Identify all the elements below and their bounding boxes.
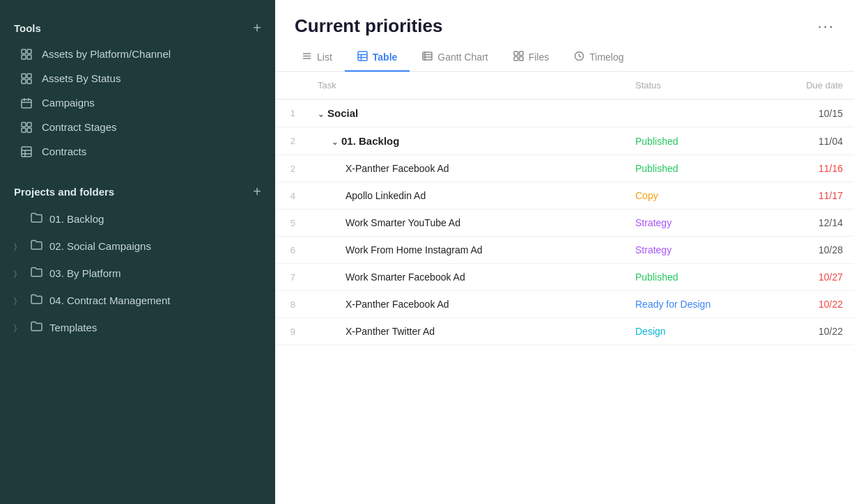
main-content: Current priorities ··· List Table Gantt … [275, 0, 854, 504]
svg-rect-6 [22, 79, 26, 84]
table-row[interactable]: 2 ⌄01. Backlog Published 11/04 [275, 127, 854, 155]
folder-icon [31, 320, 42, 335]
task-name: X-Panther Facebook Ad [306, 291, 624, 318]
folder-icon [31, 293, 42, 308]
row-number: 9 [275, 318, 306, 345]
folder-label: Templates [49, 322, 97, 333]
table-row[interactable]: 5 Work Smarter YouTube Ad Strategy 12/14 [275, 210, 854, 237]
due-date-cell: 12/14 [763, 210, 854, 237]
sidebar-item-contracts[interactable]: Contracts [0, 139, 275, 164]
status-cell: Published [624, 264, 763, 291]
tab-label: Gantt Chart [437, 52, 488, 63]
sidebar-item-campaigns[interactable]: Campaigns [0, 90, 275, 115]
svg-rect-33 [514, 57, 518, 61]
table-row[interactable]: 8 X-Panther Facebook Ad Ready for Design… [275, 291, 854, 318]
svg-rect-4 [22, 74, 26, 78]
due-date-cell: 11/17 [763, 182, 854, 210]
sidebar-item-assets-status[interactable]: Assets By Status [0, 66, 275, 90]
sidebar: Tools + Assets by Platform/Channel Asset… [0, 0, 275, 504]
files-tab-icon [513, 51, 524, 63]
tools-label: Tools [14, 22, 41, 34]
sidebar-folder-templates[interactable]: 〉 Templates [0, 314, 275, 341]
view-tabs: List Table Gantt Chart Files Timelog [275, 44, 854, 72]
due-date-cell: 11/16 [763, 155, 854, 182]
folder-icon [31, 212, 42, 226]
due-date-cell: 11/04 [763, 127, 854, 155]
tab-timelog[interactable]: Timelog [561, 44, 636, 72]
list-tab-icon [302, 51, 312, 63]
row-number: 6 [275, 237, 306, 264]
sidebar-folder-platform[interactable]: 〉 03. By Platform [0, 260, 275, 287]
page-title: Current priorities [295, 15, 442, 37]
svg-rect-13 [27, 123, 31, 127]
chevron-right-icon: 〉 [14, 296, 24, 306]
svg-rect-27 [423, 52, 432, 60]
row-number: 2 [275, 155, 306, 182]
table-row[interactable]: 4 Apollo Linkedin Ad Copy 11/17 [275, 182, 854, 210]
svg-rect-5 [27, 74, 31, 78]
sidebar-item-assets-platform[interactable]: Assets by Platform/Channel [0, 42, 275, 66]
svg-rect-0 [22, 49, 26, 54]
chevron-right-icon: 〉 [14, 323, 24, 333]
svg-rect-12 [22, 123, 26, 127]
tab-files[interactable]: Files [501, 44, 562, 72]
add-tool-button[interactable]: + [253, 21, 261, 35]
tab-list[interactable]: List [289, 44, 345, 72]
table-row[interactable]: 6 Work From Home Instagram Ad Strategy 1… [275, 237, 854, 264]
folder-icon [31, 239, 42, 253]
table-body: 1 ⌄Social 10/15 2 ⌄01. Backlog Published… [275, 100, 854, 345]
status-cell [624, 100, 763, 127]
row-number: 2 [275, 127, 306, 155]
table-row[interactable]: 7 Work Smarter Facebook Ad Published 10/… [275, 264, 854, 291]
table-row[interactable]: 9 X-Panther Twitter Ad Design 10/22 [275, 318, 854, 345]
calendar-icon [20, 97, 33, 109]
status-cell: Strategy [624, 237, 763, 264]
grid-icon [20, 73, 33, 84]
tab-gantt[interactable]: Gantt Chart [410, 44, 500, 72]
add-project-button[interactable]: + [253, 184, 261, 198]
tools-section-header: Tools + [0, 14, 275, 42]
sidebar-item-label: Campaigns [42, 97, 261, 109]
col-task: Task [306, 72, 624, 100]
task-name: Work From Home Instagram Ad [306, 237, 624, 264]
projects-label: Projects and folders [14, 186, 114, 198]
tab-label: List [317, 52, 332, 63]
sidebar-folder-backlog[interactable]: 01. Backlog [0, 205, 275, 233]
svg-rect-31 [514, 52, 518, 56]
row-number: 4 [275, 182, 306, 210]
tasks-table: # Task Status Due date 1 ⌄Social 10/15 2… [275, 72, 854, 345]
svg-rect-34 [519, 57, 523, 61]
folder-icon [31, 266, 42, 281]
due-date-cell: 10/27 [763, 264, 854, 291]
status-cell: Ready for Design [624, 291, 763, 318]
grid-icon [20, 122, 33, 133]
row-number: 1 [275, 100, 306, 127]
task-name: ⌄Social [306, 100, 624, 127]
sidebar-folder-contract-mgmt[interactable]: 〉 04. Contract Management [0, 287, 275, 314]
folder-label: 04. Contract Management [49, 294, 170, 306]
svg-rect-32 [519, 52, 523, 56]
tab-label: Files [529, 52, 550, 63]
task-name: Apollo Linkedin Ad [306, 182, 624, 210]
task-name: Work Smarter Facebook Ad [306, 264, 624, 291]
svg-rect-23 [358, 52, 367, 61]
sidebar-item-contract-stages[interactable]: Contract Stages [0, 115, 275, 139]
svg-rect-8 [22, 100, 31, 108]
sidebar-folder-social[interactable]: 〉 02. Social Campaigns [0, 233, 275, 260]
col-num: # [275, 72, 306, 100]
timelog-tab-icon [574, 51, 584, 63]
table-head: # Task Status Due date [275, 72, 854, 100]
table-row[interactable]: 1 ⌄Social 10/15 [275, 100, 854, 127]
status-cell: Copy [624, 182, 763, 210]
projects-section-header: Projects and folders + [0, 178, 275, 205]
svg-rect-1 [27, 49, 31, 54]
folder-label: 01. Backlog [49, 213, 104, 225]
table-row[interactable]: 2 X-Panther Facebook Ad Published 11/16 [275, 155, 854, 182]
tab-table[interactable]: Table [345, 44, 410, 72]
sidebar-item-label: Assets by Platform/Channel [42, 48, 261, 60]
tools-list: Assets by Platform/Channel Assets By Sta… [0, 42, 275, 164]
status-cell: Design [624, 318, 763, 345]
main-header: Current priorities ··· [275, 0, 854, 44]
due-date-cell: 10/15 [763, 100, 854, 127]
more-options-button[interactable]: ··· [818, 17, 834, 36]
